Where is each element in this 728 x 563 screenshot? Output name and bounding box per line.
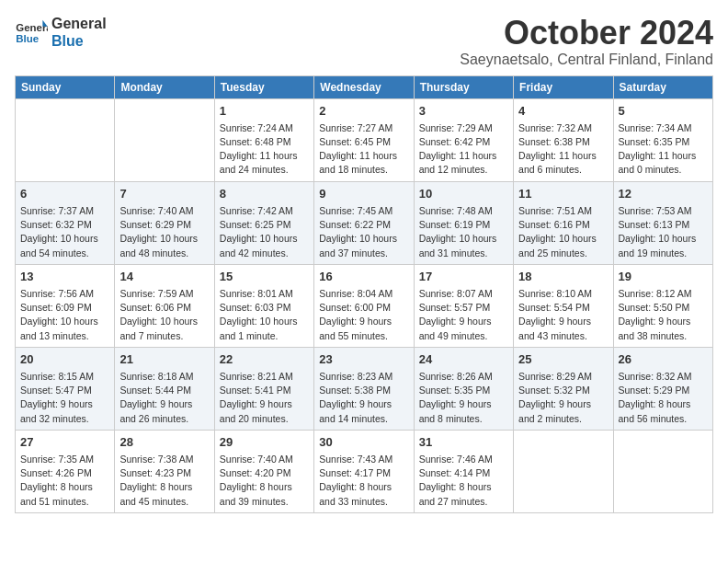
- calendar-cell: [16, 98, 115, 181]
- weekday-header-friday: Friday: [514, 75, 613, 98]
- calendar-cell: 22Sunrise: 8:21 AMSunset: 5:41 PMDayligh…: [214, 347, 313, 430]
- calendar-week-4: 20Sunrise: 8:15 AMSunset: 5:47 PMDayligh…: [16, 347, 713, 430]
- day-info: Sunrise: 8:23 AMSunset: 5:38 PMDaylight:…: [319, 370, 408, 426]
- day-number: 7: [119, 186, 209, 202]
- calendar-cell: 25Sunrise: 8:29 AMSunset: 5:32 PMDayligh…: [514, 347, 613, 430]
- weekday-header-tuesday: Tuesday: [214, 75, 313, 98]
- day-info: Sunrise: 7:45 AMSunset: 6:22 PMDaylight:…: [319, 204, 408, 260]
- weekday-header-sunday: Sunday: [16, 75, 115, 98]
- day-info: Sunrise: 7:43 AMSunset: 4:17 PMDaylight:…: [319, 453, 408, 509]
- calendar-cell: 2Sunrise: 7:27 AMSunset: 6:45 PMDaylight…: [314, 98, 414, 181]
- day-number: 27: [20, 434, 109, 451]
- calendar-cell: 12Sunrise: 7:53 AMSunset: 6:13 PMDayligh…: [613, 181, 712, 264]
- day-number: 2: [319, 103, 408, 120]
- day-number: 22: [220, 351, 309, 368]
- day-info: Sunrise: 8:32 AMSunset: 5:29 PMDaylight:…: [619, 370, 708, 426]
- day-number: 14: [119, 269, 209, 285]
- day-info: Sunrise: 8:10 AMSunset: 5:54 PMDaylight:…: [518, 287, 608, 343]
- calendar-cell: 4Sunrise: 7:32 AMSunset: 6:38 PMDaylight…: [514, 98, 613, 181]
- day-info: Sunrise: 7:56 AMSunset: 6:09 PMDaylight:…: [20, 287, 109, 343]
- day-info: Sunrise: 8:01 AMSunset: 6:03 PMDaylight:…: [220, 287, 309, 343]
- calendar-cell: [613, 430, 712, 512]
- day-number: 16: [319, 269, 408, 285]
- day-number: 18: [518, 269, 608, 285]
- day-info: Sunrise: 8:12 AMSunset: 5:50 PMDaylight:…: [619, 287, 708, 343]
- page-title: October 2024: [460, 15, 713, 52]
- logo: General Blue General Blue: [15, 15, 107, 50]
- day-number: 17: [419, 269, 508, 285]
- calendar-cell: 29Sunrise: 7:40 AMSunset: 4:20 PMDayligh…: [214, 430, 313, 512]
- day-info: Sunrise: 8:04 AMSunset: 6:00 PMDaylight:…: [319, 287, 408, 343]
- day-number: 30: [319, 434, 408, 451]
- day-info: Sunrise: 7:40 AMSunset: 4:20 PMDaylight:…: [220, 453, 309, 509]
- day-number: 10: [419, 186, 508, 202]
- day-number: 3: [419, 103, 508, 120]
- title-block: October 2024 Saeynaetsalo, Central Finla…: [460, 15, 713, 68]
- calendar-cell: 20Sunrise: 8:15 AMSunset: 5:47 PMDayligh…: [16, 347, 115, 430]
- day-number: 23: [319, 351, 408, 368]
- weekday-row: SundayMondayTuesdayWednesdayThursdayFrid…: [16, 75, 713, 98]
- day-info: Sunrise: 7:42 AMSunset: 6:25 PMDaylight:…: [220, 204, 309, 260]
- day-info: Sunrise: 8:29 AMSunset: 5:32 PMDaylight:…: [518, 370, 608, 426]
- logo-icon: General Blue: [15, 18, 48, 46]
- day-info: Sunrise: 8:21 AMSunset: 5:41 PMDaylight:…: [220, 370, 309, 426]
- day-number: 25: [518, 351, 608, 368]
- day-info: Sunrise: 8:07 AMSunset: 5:57 PMDaylight:…: [419, 287, 508, 343]
- day-info: Sunrise: 8:26 AMSunset: 5:35 PMDaylight:…: [419, 370, 508, 426]
- calendar-table: SundayMondayTuesdayWednesdayThursdayFrid…: [15, 75, 713, 513]
- calendar-cell: 23Sunrise: 8:23 AMSunset: 5:38 PMDayligh…: [314, 347, 414, 430]
- calendar-body: 1Sunrise: 7:24 AMSunset: 6:48 PMDaylight…: [16, 98, 713, 512]
- day-number: 13: [20, 269, 109, 285]
- day-info: Sunrise: 7:51 AMSunset: 6:16 PMDaylight:…: [518, 204, 608, 260]
- calendar-week-1: 1Sunrise: 7:24 AMSunset: 6:48 PMDaylight…: [16, 98, 713, 181]
- logo-general: General: [51, 15, 107, 32]
- day-info: Sunrise: 7:40 AMSunset: 6:29 PMDaylight:…: [119, 204, 209, 260]
- calendar-header: SundayMondayTuesdayWednesdayThursdayFrid…: [16, 75, 713, 98]
- day-info: Sunrise: 7:53 AMSunset: 6:13 PMDaylight:…: [619, 204, 708, 260]
- day-info: Sunrise: 7:37 AMSunset: 6:32 PMDaylight:…: [20, 204, 109, 260]
- day-info: Sunrise: 7:29 AMSunset: 6:42 PMDaylight:…: [419, 121, 508, 178]
- day-number: 12: [619, 186, 708, 202]
- calendar-cell: 5Sunrise: 7:34 AMSunset: 6:35 PMDaylight…: [613, 98, 712, 181]
- day-number: 4: [518, 103, 608, 120]
- svg-text:Blue: Blue: [16, 34, 39, 45]
- calendar-cell: 26Sunrise: 8:32 AMSunset: 5:29 PMDayligh…: [613, 347, 712, 430]
- calendar-cell: 3Sunrise: 7:29 AMSunset: 6:42 PMDaylight…: [414, 98, 513, 181]
- calendar-cell: 11Sunrise: 7:51 AMSunset: 6:16 PMDayligh…: [514, 181, 613, 264]
- calendar-cell: 8Sunrise: 7:42 AMSunset: 6:25 PMDaylight…: [214, 181, 313, 264]
- calendar-week-2: 6Sunrise: 7:37 AMSunset: 6:32 PMDaylight…: [16, 181, 713, 264]
- day-info: Sunrise: 7:35 AMSunset: 4:26 PMDaylight:…: [20, 453, 109, 509]
- day-number: 24: [419, 351, 508, 368]
- day-number: 31: [419, 434, 508, 451]
- page-header: General Blue General Blue October 2024 S…: [15, 15, 713, 68]
- day-info: Sunrise: 7:48 AMSunset: 6:19 PMDaylight:…: [419, 204, 508, 260]
- day-number: 20: [20, 351, 109, 368]
- weekday-header-monday: Monday: [115, 75, 214, 98]
- calendar-cell: 7Sunrise: 7:40 AMSunset: 6:29 PMDaylight…: [115, 181, 214, 264]
- day-number: 26: [619, 351, 708, 368]
- calendar-cell: 6Sunrise: 7:37 AMSunset: 6:32 PMDaylight…: [16, 181, 115, 264]
- calendar-cell: 30Sunrise: 7:43 AMSunset: 4:17 PMDayligh…: [314, 430, 414, 512]
- day-info: Sunrise: 7:32 AMSunset: 6:38 PMDaylight:…: [518, 121, 608, 178]
- calendar-cell: 31Sunrise: 7:46 AMSunset: 4:14 PMDayligh…: [414, 430, 513, 512]
- day-number: 1: [220, 103, 309, 120]
- day-info: Sunrise: 7:27 AMSunset: 6:45 PMDaylight:…: [319, 121, 408, 178]
- day-number: 6: [20, 186, 109, 202]
- calendar-week-5: 27Sunrise: 7:35 AMSunset: 4:26 PMDayligh…: [16, 430, 713, 512]
- day-number: 11: [518, 186, 608, 202]
- day-number: 15: [220, 269, 309, 285]
- calendar-cell: 9Sunrise: 7:45 AMSunset: 6:22 PMDaylight…: [314, 181, 414, 264]
- day-number: 21: [119, 351, 209, 368]
- day-info: Sunrise: 7:34 AMSunset: 6:35 PMDaylight:…: [619, 121, 708, 178]
- calendar-cell: 13Sunrise: 7:56 AMSunset: 6:09 PMDayligh…: [16, 264, 115, 347]
- calendar-cell: [115, 98, 214, 181]
- day-info: Sunrise: 8:18 AMSunset: 5:44 PMDaylight:…: [119, 370, 209, 426]
- day-info: Sunrise: 7:46 AMSunset: 4:14 PMDaylight:…: [419, 453, 508, 509]
- calendar-cell: 16Sunrise: 8:04 AMSunset: 6:00 PMDayligh…: [314, 264, 414, 347]
- weekday-header-thursday: Thursday: [414, 75, 513, 98]
- weekday-header-saturday: Saturday: [613, 75, 712, 98]
- calendar-cell: 1Sunrise: 7:24 AMSunset: 6:48 PMDaylight…: [214, 98, 313, 181]
- calendar-week-3: 13Sunrise: 7:56 AMSunset: 6:09 PMDayligh…: [16, 264, 713, 347]
- day-number: 29: [220, 434, 309, 451]
- day-number: 9: [319, 186, 408, 202]
